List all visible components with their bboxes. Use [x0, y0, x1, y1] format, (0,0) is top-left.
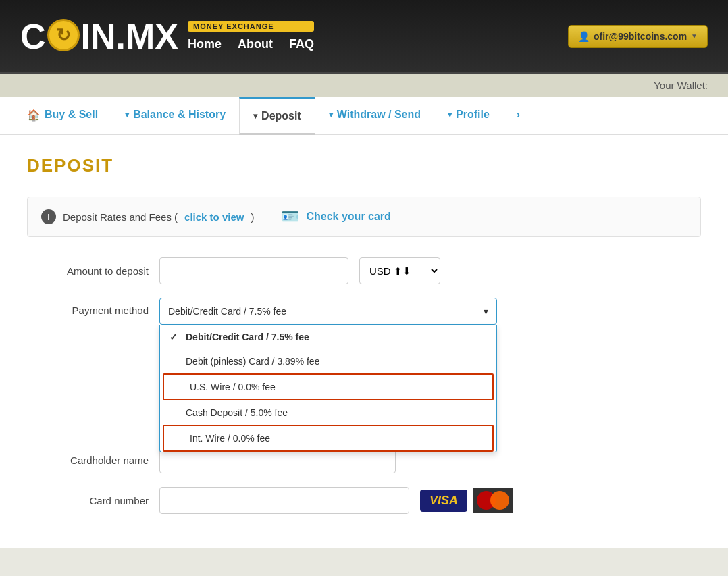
check-card-section[interactable]: 🪪 Check your card [281, 208, 390, 226]
tab-profile-label: Profile [456, 109, 490, 121]
chevron-down-icon-4: ▾ [448, 110, 452, 120]
cardholder-label: Cardholder name [27, 454, 149, 466]
wallet-label: Your Wallet: [654, 80, 708, 91]
payment-method-dropdown: ✓ Debit/Credit Card / 7.5% fee Debit (pi… [159, 325, 497, 452]
currency-select[interactable]: USD ⬆⬇ EUR BTC [359, 257, 440, 284]
logo-wrapper: C IN. MX [20, 16, 178, 57]
chevron-down-icon: ▾ [125, 110, 129, 120]
card-number-input[interactable] [159, 487, 409, 514]
card-logos: VISA [420, 488, 513, 513]
rates-text-after: ) [251, 211, 254, 223]
checkmark-icon: ✓ [170, 332, 180, 342]
wallet-bar: Your Wallet: [0, 74, 728, 97]
card-number-row: Card number VISA [27, 487, 701, 514]
click-to-view-link[interactable]: click to view [184, 211, 244, 223]
user-email: ofir@99bitcoins.com [594, 31, 687, 42]
mastercard-logo [473, 488, 513, 513]
dropdown-item-debit-pinless[interactable]: Debit (pinless) Card / 3.89% fee [160, 349, 496, 373]
payment-method-label: Payment method [27, 298, 149, 316]
amount-input[interactable] [159, 257, 348, 284]
dropdown-item-debit-pinless-label: Debit (pinless) Card / 3.89% fee [186, 356, 319, 367]
nav-about[interactable]: About [238, 37, 273, 51]
dropdown-item-us-wire-label: U.S. Wire / 0.0% fee [190, 382, 276, 392]
tab-buy-sell[interactable]: 🏠 Buy & Sell [14, 97, 111, 134]
dropdown-item-debit-credit-label: Debit/Credit Card / 7.5% fee [186, 332, 309, 342]
info-icon: i [41, 209, 56, 224]
tab-balance-history[interactable]: ▾ Balance & History [111, 97, 239, 134]
payment-method-container: Debit/Credit Card / 7.5% fee ▾ ✓ Debit/C… [159, 298, 497, 325]
amount-label: Amount to deposit [27, 265, 149, 277]
more-icon: › [517, 109, 520, 121]
chevron-down-icon-2: ▾ [253, 111, 257, 121]
tab-navigation: 🏠 Buy & Sell ▾ Balance & History ▾ Depos… [0, 97, 728, 135]
dropdown-item-cash-deposit-label: Cash Deposit / 5.0% fee [186, 407, 288, 418]
dropdown-item-us-wire[interactable]: U.S. Wire / 0.0% fee [163, 373, 494, 400]
tab-deposit-label: Deposit [261, 110, 301, 122]
card-number-label: Card number [27, 495, 149, 506]
header: C IN. MX MONEY EXCHANGE Home About FAQ 👤… [0, 0, 728, 74]
nav-faq[interactable]: FAQ [289, 37, 314, 51]
logo-area: C IN. MX MONEY EXCHANGE Home About FAQ [20, 16, 314, 57]
deposit-rates-section: i Deposit Rates and Fees ( click to view… [41, 209, 254, 224]
badge-nav-area: MONEY EXCHANGE Home About FAQ [188, 21, 314, 51]
home-icon: 🏠 [27, 109, 41, 122]
rates-text-before: Deposit Rates and Fees ( [63, 211, 178, 223]
visa-logo: VISA [420, 490, 467, 512]
credit-card-icon: 🪪 [281, 208, 299, 226]
mc-orange-circle [490, 491, 509, 510]
logo-in-text: IN. [81, 16, 126, 57]
dropdown-arrow-icon: ▾ [484, 306, 488, 317]
dropdown-item-int-wire-label: Int. Wire / 0.0% fee [190, 433, 270, 444]
chevron-down-icon-3: ▾ [329, 110, 333, 120]
logo-coin-text: C [20, 16, 46, 57]
user-icon: 👤 [578, 31, 590, 42]
payment-method-trigger[interactable]: Debit/Credit Card / 7.5% fee ▾ [159, 298, 497, 325]
main-content: DEPOSIT i Deposit Rates and Fees ( click… [0, 135, 728, 548]
tab-deposit[interactable]: ▾ Deposit [239, 97, 315, 135]
check-card-label: Check your card [306, 211, 390, 223]
payment-selected-text: Debit/Credit Card / 7.5% fee [168, 306, 286, 317]
dropdown-item-cash-deposit[interactable]: Cash Deposit / 5.0% fee [160, 400, 496, 425]
tab-balance-history-label: Balance & History [133, 109, 226, 121]
payment-method-row: Payment method Debit/Credit Card / 7.5% … [27, 298, 701, 325]
nav-links: Home About FAQ [188, 37, 314, 51]
info-bar: i Deposit Rates and Fees ( click to view… [27, 197, 701, 237]
money-exchange-badge: MONEY EXCHANGE [188, 21, 314, 32]
header-right: 👤 ofir@99bitcoins.com [568, 25, 708, 48]
dropdown-item-int-wire[interactable]: Int. Wire / 0.0% fee [163, 425, 494, 452]
user-account-button[interactable]: 👤 ofir@99bitcoins.com [568, 25, 708, 48]
nav-home[interactable]: Home [188, 37, 222, 51]
dropdown-item-debit-credit[interactable]: ✓ Debit/Credit Card / 7.5% fee [160, 325, 496, 349]
page-title: DEPOSIT [27, 155, 701, 176]
tab-withdraw-send[interactable]: ▾ Withdraw / Send [315, 97, 434, 134]
tab-buy-sell-label: Buy & Sell [45, 109, 98, 121]
coin-icon [47, 19, 80, 51]
logo-mx-text: MX [126, 16, 178, 57]
tab-profile[interactable]: ▾ Profile [434, 97, 503, 134]
tab-withdraw-send-label: Withdraw / Send [337, 109, 421, 121]
tab-more[interactable]: › [503, 97, 534, 134]
amount-row: Amount to deposit USD ⬆⬇ EUR BTC [27, 257, 701, 284]
